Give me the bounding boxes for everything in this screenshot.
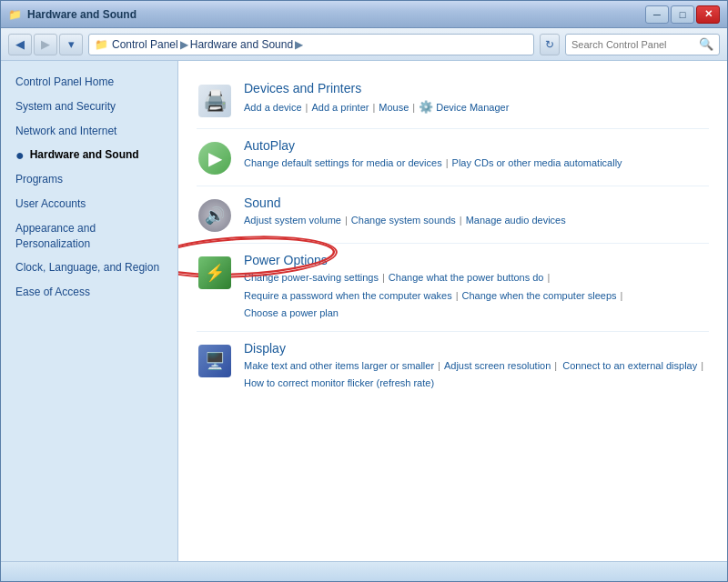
sound-link-system-sounds[interactable]: Change system sounds <box>351 213 456 229</box>
display-link-text-size[interactable]: Make text and other items larger or smal… <box>244 358 434 375</box>
devices-link-add-printer[interactable]: Add a printer <box>311 100 369 116</box>
display-content: Display Make text and other items larger… <box>244 341 709 392</box>
section-sound: 🔊 Sound Adjust system volume | Change sy… <box>197 186 709 244</box>
autoplay-content: AutoPlay Change default settings for med… <box>244 138 709 172</box>
main-area: Control Panel Home System and Security N… <box>1 61 727 561</box>
devices-link-device-manager[interactable]: Device Manager <box>436 100 509 116</box>
sep: | <box>382 270 385 286</box>
power-icon: ⚡ <box>198 256 231 289</box>
display-link-flicker[interactable]: How to correct monitor flicker (refresh … <box>244 376 434 392</box>
active-bullet: ● <box>15 148 25 163</box>
display-links: Make text and other items larger or smal… <box>244 358 709 392</box>
sidebar-item-network[interactable]: Network and Internet <box>1 119 177 144</box>
power-link-buttons[interactable]: Change what the power buttons do <box>389 270 544 286</box>
devices-content: Devices and Printers Add a device | Add … <box>244 81 709 117</box>
sound-icon: 🔊 <box>198 199 231 232</box>
sidebar-item-home[interactable]: Control Panel Home <box>1 70 177 95</box>
title-bar-controls: ─ □ ✕ <box>645 5 720 24</box>
sidebar: Control Panel Home System and Security N… <box>1 61 178 561</box>
path-hardware-sound[interactable]: Hardware and Sound <box>190 38 293 51</box>
devices-icon: 🖨️ <box>198 85 231 117</box>
path-inner: Control Panel ▶ Hardware and Sound ▶ <box>112 38 528 51</box>
devices-title[interactable]: Devices and Printers <box>244 81 709 95</box>
autoplay-title[interactable]: AutoPlay <box>244 138 709 153</box>
sound-link-volume[interactable]: Adjust system volume <box>244 213 341 229</box>
section-display: 🖥️ Display Make text and other items lar… <box>197 332 709 401</box>
sidebar-item-hardware[interactable]: ● Hardware and Sound <box>1 143 177 167</box>
back-button[interactable]: ◀ <box>8 34 32 55</box>
sep: | <box>701 358 703 375</box>
autoplay-icon: ▶ <box>198 142 231 175</box>
autoplay-link-default[interactable]: Change default settings for media or dev… <box>244 156 442 172</box>
devices-link-mouse[interactable]: Mouse <box>379 100 409 116</box>
sidebar-label-user-accounts: User Accounts <box>15 196 86 212</box>
sidebar-label-network: Network and Internet <box>15 124 116 139</box>
sep: | <box>446 156 449 172</box>
power-link-sleep[interactable]: Change when the computer sleeps <box>462 288 617 305</box>
display-icon-wrapper: 🖥️ <box>197 343 233 379</box>
sound-title[interactable]: Sound <box>244 196 709 210</box>
device-manager-icon: ⚙️ <box>419 98 433 117</box>
sep: | <box>412 100 415 116</box>
path-sep-2: ▶ <box>295 38 303 51</box>
power-title[interactable]: Power Options <box>244 253 709 267</box>
sep: | <box>456 288 459 305</box>
sound-link-audio-devices[interactable]: Manage audio devices <box>466 213 566 229</box>
section-autoplay: ▶ AutoPlay Change default settings for m… <box>197 129 709 186</box>
power-link-password[interactable]: Require a password when the computer wak… <box>244 288 452 305</box>
maximize-button[interactable]: □ <box>671 5 694 24</box>
minimize-button[interactable]: ─ <box>645 5 669 24</box>
power-link-saving[interactable]: Change power-saving settings <box>244 270 379 286</box>
sidebar-item-system[interactable]: System and Security <box>1 95 177 119</box>
forward-button[interactable]: ▶ <box>34 34 57 55</box>
address-path: 📁 Control Panel ▶ Hardware and Sound ▶ <box>88 34 534 55</box>
sidebar-label-appearance: Appearance and Personalization <box>15 221 163 252</box>
sep: | <box>547 270 550 286</box>
sidebar-item-clock[interactable]: Clock, Language, and Region <box>1 256 177 280</box>
sep: | <box>438 358 440 375</box>
power-link-plan[interactable]: Choose a power plan <box>244 306 339 322</box>
devices-link-add-device[interactable]: Add a device <box>244 100 302 116</box>
search-box: 🔍 <box>565 34 720 55</box>
sep: | <box>306 100 308 116</box>
sep: | <box>554 358 557 375</box>
sidebar-label-clock: Clock, Language, and Region <box>15 260 159 276</box>
sidebar-label-home: Control Panel Home <box>15 75 114 90</box>
display-title[interactable]: Display <box>244 341 709 356</box>
autoplay-link-play-cds[interactable]: Play CDs or other media automatically <box>452 156 622 172</box>
sep: | <box>372 100 375 116</box>
sep: | <box>621 288 623 305</box>
dropdown-button[interactable]: ▾ <box>59 34 83 55</box>
sep: | <box>460 213 462 229</box>
power-content: Power Options Change power-saving settin… <box>244 253 709 322</box>
display-link-external[interactable]: Connect to an external display <box>562 358 697 375</box>
devices-links: Add a device | Add a printer | Mouse | ⚙… <box>244 98 709 117</box>
search-icon: 🔍 <box>699 37 713 51</box>
refresh-button[interactable]: ↻ <box>540 34 560 55</box>
search-input[interactable] <box>571 39 695 50</box>
display-icon: 🖥️ <box>198 345 231 377</box>
sidebar-item-programs[interactable]: Programs <box>1 167 177 192</box>
title-bar: 📁 Hardware and Sound ─ □ ✕ <box>1 1 727 28</box>
window-icon: 📁 <box>8 8 22 21</box>
power-links: Change power-saving settings | Change wh… <box>244 270 709 322</box>
status-bar <box>1 561 727 581</box>
sidebar-item-access[interactable]: Ease of Access <box>1 280 177 305</box>
sidebar-item-user-accounts[interactable]: User Accounts <box>1 192 177 216</box>
sidebar-label-hardware: Hardware and Sound <box>30 147 139 163</box>
nav-buttons: ◀ ▶ ▾ <box>8 34 83 55</box>
sidebar-label-programs: Programs <box>15 172 63 187</box>
path-sep-1: ▶ <box>180 38 188 51</box>
display-link-resolution[interactable]: Adjust screen resolution <box>444 358 551 375</box>
sidebar-label-access: Ease of Access <box>15 285 90 300</box>
section-devices: 🖨️ Devices and Printers Add a device | A… <box>197 72 709 129</box>
title-bar-left: 📁 Hardware and Sound <box>8 8 136 21</box>
autoplay-links: Change default settings for media or dev… <box>244 156 709 172</box>
sidebar-item-appearance[interactable]: Appearance and Personalization <box>1 216 177 256</box>
sound-content: Sound Adjust system volume | Change syst… <box>244 196 709 229</box>
path-control-panel[interactable]: Control Panel <box>112 38 178 51</box>
window: 📁 Hardware and Sound ─ □ ✕ ◀ ▶ ▾ 📁 Contr… <box>0 0 728 582</box>
window-title: Hardware and Sound <box>27 8 136 21</box>
close-button[interactable]: ✕ <box>696 5 720 24</box>
power-icon-wrapper: ⚡ <box>197 255 233 291</box>
